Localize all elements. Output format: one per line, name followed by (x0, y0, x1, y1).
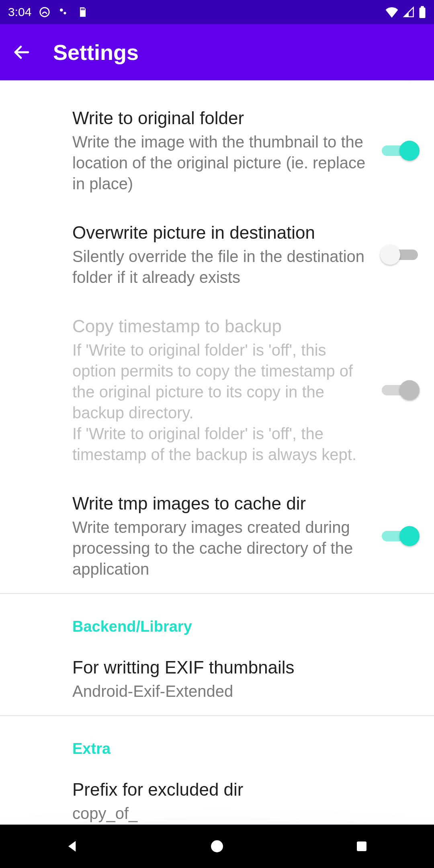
pref-summary: If 'Write to original folder' is 'off', … (72, 340, 366, 465)
more-notifications-icon (58, 6, 70, 18)
pref-summary: Silently override the file in the destin… (72, 246, 366, 288)
svg-rect-5 (84, 8, 85, 10)
section-backend-library: Backend/Library (0, 594, 434, 643)
triangle-back-icon (64, 838, 80, 854)
pref-tmp-cache-dir[interactable]: Write tmp images to cache dir Write temp… (0, 479, 434, 593)
switch-write-original[interactable] (382, 140, 418, 162)
pref-overwrite-destination[interactable]: Overwrite picture in destination Silentl… (0, 208, 434, 301)
status-left: 3:04 (8, 5, 88, 19)
pref-write-original-folder[interactable]: Write to original folder Write the image… (0, 93, 434, 208)
switch-tmp-cache[interactable] (382, 525, 418, 547)
svg-rect-6 (420, 8, 426, 18)
svg-rect-3 (81, 8, 82, 10)
pref-title: Prefix for excluded dir (72, 778, 402, 800)
pref-excluded-dir-prefix[interactable]: Prefix for excluded dir copy_of_ (0, 765, 434, 825)
section-extra: Extra (0, 716, 434, 765)
sd-card-icon (77, 6, 88, 18)
pref-title: Write to original folder (72, 107, 366, 129)
do-not-disturb-icon (39, 6, 51, 18)
arrow-left-icon (12, 43, 31, 62)
settings-list[interactable]: the backup exists, it is never overwritt… (0, 80, 434, 825)
svg-point-1 (60, 8, 63, 12)
pref-exif-library[interactable]: For writting EXIF thumbnails Android-Exi… (0, 643, 434, 715)
svg-point-9 (211, 840, 223, 852)
system-nav-bar (0, 825, 434, 868)
back-button[interactable] (10, 40, 34, 64)
pref-title: Copy timestamp to backup (72, 315, 366, 337)
pref-value: Android-Exif-Extended (72, 681, 402, 702)
battery-icon (419, 6, 426, 18)
page-title: Settings (53, 40, 139, 65)
pref-value: copy_of_ (72, 803, 402, 824)
nav-recents-button[interactable] (321, 839, 402, 854)
pref-summary: Write temporary images created during pr… (72, 517, 366, 579)
svg-rect-10 (357, 841, 366, 851)
svg-point-2 (64, 12, 66, 14)
pref-backup-partial[interactable]: the backup exists, it is never overwritt… (0, 80, 434, 93)
square-recents-icon (354, 839, 369, 854)
pref-summary: Write the image with the thumbnail to th… (72, 131, 366, 194)
pref-copy-timestamp-backup: Copy timestamp to backup If 'Write to or… (0, 301, 434, 479)
wifi-icon (385, 6, 399, 18)
svg-rect-4 (82, 8, 83, 10)
app-bar: Settings (0, 24, 434, 80)
switch-overwrite-destination[interactable] (382, 244, 418, 266)
switch-copy-timestamp (382, 379, 418, 401)
nav-home-button[interactable] (177, 838, 257, 854)
circle-home-icon (209, 838, 225, 854)
status-right (385, 6, 426, 18)
pref-title: Overwrite picture in destination (72, 221, 366, 244)
cell-signal-icon (403, 6, 415, 18)
pref-title: Write tmp images to cache dir (72, 492, 366, 514)
status-time: 3:04 (8, 5, 31, 19)
nav-back-button[interactable] (32, 838, 113, 854)
svg-rect-7 (421, 6, 424, 8)
status-bar: 3:04 (0, 0, 434, 24)
pref-title: For writting EXIF thumbnails (72, 656, 402, 678)
